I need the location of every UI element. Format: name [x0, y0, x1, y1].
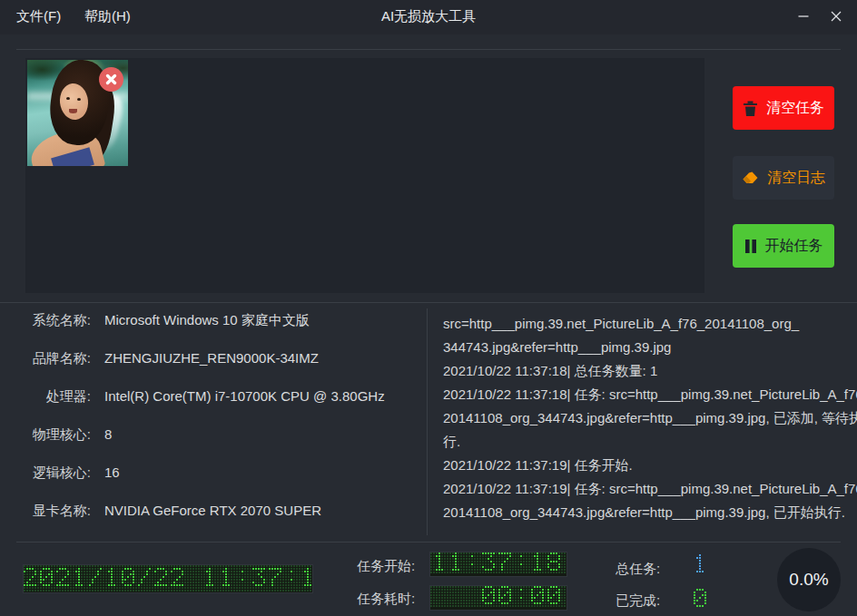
- system-info-panel: 系统名称:Microsoft Windows 10 家庭中文版 品牌名称:ZHE…: [0, 312, 427, 541]
- sysinfo-label: 物理核心:: [0, 426, 91, 445]
- eraser-icon: [742, 171, 759, 186]
- clear-log-button[interactable]: 清空日志: [733, 156, 834, 200]
- thumbnail-art: [77, 98, 81, 101]
- log-line: 2021/10/22 11:37:18| 任务: src=http___pimg…: [443, 383, 857, 406]
- section-separator: [0, 302, 857, 303]
- sysinfo-label: 品牌名称:: [0, 350, 91, 368]
- titlebar-separator: [16, 49, 841, 50]
- sysinfo-value: ZHENGJIUZHE_REN9000K-34IMZ: [104, 350, 319, 368]
- log-line: 20141108_org_344743.jpg&refer=http___pim…: [443, 406, 857, 430]
- task-list-panel[interactable]: [25, 58, 704, 293]
- status-bar: 任务开始: 任务耗时: 总任务: 已完成: 0.0%: [0, 543, 857, 616]
- close-button[interactable]: [821, 4, 852, 29]
- task-start-label: 任务开始:: [357, 558, 415, 575]
- sysinfo-value: 8: [104, 426, 112, 445]
- thumbnail-art: [66, 97, 70, 100]
- task-elapsed-label: 任务耗时:: [357, 591, 415, 608]
- log-line: 行.: [443, 430, 857, 454]
- log-separator: [427, 308, 428, 535]
- trash-icon: [743, 100, 758, 117]
- sysinfo-value: NVIDIA GeForce RTX 2070 SUPER: [104, 503, 321, 521]
- total-tasks-label: 总任务:: [616, 561, 660, 578]
- title-bar: 文件(F) 帮助(H) AI无损放大工具: [0, 0, 857, 34]
- sysinfo-label: 逻辑核心:: [0, 464, 91, 483]
- log-line: 2021/10/22 11:37:19| 任务: src=http___pimg…: [443, 477, 857, 501]
- sysinfo-value: Intel(R) Core(TM) i7-10700K CPU @ 3.80GH…: [104, 388, 385, 406]
- clear-tasks-label: 清空任务: [766, 99, 824, 118]
- log-panel[interactable]: src=http___pimg.39.net_PictureLib_A_f76_…: [443, 312, 857, 535]
- app-window: 文件(F) 帮助(H) AI无损放大工具: [0, 0, 857, 616]
- start-tasks-button[interactable]: 开始任务: [733, 224, 834, 268]
- sysinfo-row: 处理器:Intel(R) Core(TM) i7-10700K CPU @ 3.…: [0, 388, 427, 406]
- sysinfo-row: 显卡名称:NVIDIA GeForce RTX 2070 SUPER: [0, 503, 427, 521]
- remove-task-button[interactable]: [99, 67, 123, 92]
- close-icon: [105, 73, 117, 85]
- start-tasks-label: 开始任务: [765, 237, 823, 256]
- sysinfo-row: 系统名称:Microsoft Windows 10 家庭中文版: [0, 312, 427, 330]
- log-line: 20141108_org_344743.jpg&refer=http___pim…: [443, 501, 857, 524]
- log-line: 2021/10/22 11:37:19| 任务开始.: [443, 454, 857, 477]
- menu-help[interactable]: 帮助(H): [84, 8, 131, 25]
- sysinfo-label: 显卡名称:: [0, 503, 91, 521]
- thumbnail-art: [69, 109, 77, 113]
- close-icon: [831, 11, 842, 22]
- task-thumbnail[interactable]: [27, 60, 128, 166]
- clear-log-label: 清空日志: [767, 169, 825, 188]
- sysinfo-value: 16: [104, 464, 120, 483]
- progress-indicator: 0.0%: [777, 548, 841, 611]
- log-line: src=http___pimg.39.net_PictureLib_A_f76_…: [443, 312, 857, 336]
- log-line: 2021/10/22 11:37:18| 总任务数量: 1: [443, 359, 857, 383]
- log-line: 344743.jpg&refer=http___pimg.39.jpg: [443, 336, 857, 359]
- completed-label: 已完成:: [616, 592, 660, 610]
- clear-tasks-button[interactable]: 清空任务: [733, 86, 834, 130]
- minimize-icon: [798, 11, 809, 22]
- sysinfo-row: 逻辑核心:16: [0, 464, 427, 483]
- task-elapsed-led-display: [429, 585, 567, 611]
- datetime-led-display: [23, 564, 313, 593]
- completed-led-value: [694, 589, 710, 610]
- minimize-button[interactable]: [788, 4, 819, 29]
- sysinfo-label: 系统名称:: [0, 312, 91, 330]
- total-tasks-led-value: [694, 554, 710, 575]
- sysinfo-row: 物理核心:8: [0, 426, 427, 445]
- sysinfo-value: Microsoft Windows 10 家庭中文版: [104, 312, 310, 330]
- progress-value: 0.0%: [789, 570, 828, 590]
- sysinfo-label: 处理器:: [0, 388, 91, 406]
- sysinfo-row: 品牌名称:ZHENGJIUZHE_REN9000K-34IMZ: [0, 350, 427, 368]
- menu-file[interactable]: 文件(F): [16, 8, 61, 25]
- task-start-led-display: [429, 552, 567, 577]
- pause-icon: [744, 239, 757, 254]
